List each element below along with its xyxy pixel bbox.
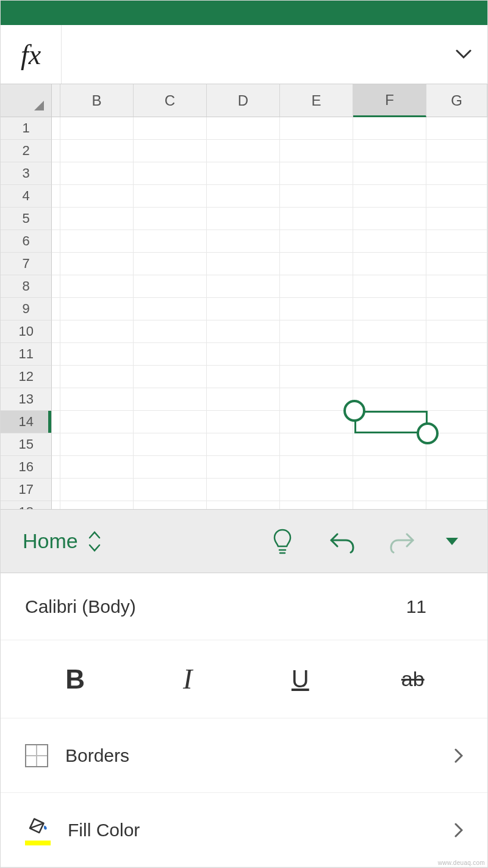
- underline-button[interactable]: U: [267, 658, 334, 701]
- cell[interactable]: [52, 162, 60, 185]
- bold-button[interactable]: B: [41, 658, 109, 701]
- cell[interactable]: [207, 388, 280, 411]
- cell[interactable]: [280, 298, 353, 320]
- cell[interactable]: [134, 320, 207, 343]
- cell[interactable]: [134, 275, 207, 298]
- cell[interactable]: [60, 185, 134, 208]
- cell[interactable]: [60, 411, 134, 433]
- cell[interactable]: [353, 298, 426, 320]
- cell[interactable]: [207, 185, 280, 208]
- cell[interactable]: [353, 343, 426, 366]
- cell[interactable]: [134, 343, 207, 366]
- column-header-f[interactable]: F: [353, 84, 426, 117]
- cell[interactable]: [280, 366, 353, 388]
- cell[interactable]: [134, 411, 207, 433]
- cell[interactable]: [134, 253, 207, 275]
- row-header[interactable]: 17: [1, 479, 52, 501]
- row-header[interactable]: 9: [1, 298, 52, 320]
- cell[interactable]: [52, 230, 60, 253]
- cell[interactable]: [207, 298, 280, 320]
- cell[interactable]: [280, 162, 353, 185]
- column-header-a-clipped[interactable]: [52, 84, 60, 117]
- column-header-d[interactable]: D: [207, 84, 280, 117]
- cell[interactable]: [60, 140, 134, 162]
- cell[interactable]: [353, 501, 426, 509]
- cell[interactable]: [426, 140, 487, 162]
- cell[interactable]: [280, 230, 353, 253]
- cell[interactable]: [426, 320, 487, 343]
- cell[interactable]: [280, 433, 353, 456]
- cell[interactable]: [134, 456, 207, 479]
- column-header-g[interactable]: G: [426, 84, 487, 117]
- cell[interactable]: [207, 433, 280, 456]
- cell[interactable]: [60, 501, 134, 509]
- cell[interactable]: [52, 343, 60, 366]
- cell[interactable]: [60, 343, 134, 366]
- cell[interactable]: [60, 162, 134, 185]
- cell[interactable]: [52, 366, 60, 388]
- cell[interactable]: [426, 343, 487, 366]
- cell[interactable]: [426, 298, 487, 320]
- row-header[interactable]: 2: [1, 140, 52, 162]
- cell[interactable]: [60, 253, 134, 275]
- cell[interactable]: [280, 320, 353, 343]
- cell[interactable]: [134, 433, 207, 456]
- cell[interactable]: [280, 117, 353, 140]
- cell[interactable]: [426, 456, 487, 479]
- cell[interactable]: [134, 366, 207, 388]
- cell[interactable]: [426, 208, 487, 230]
- row-header[interactable]: 11: [1, 343, 52, 366]
- cell[interactable]: [207, 275, 280, 298]
- cell[interactable]: [353, 275, 426, 298]
- cell[interactable]: [60, 208, 134, 230]
- cell[interactable]: [60, 433, 134, 456]
- cell[interactable]: [426, 253, 487, 275]
- cell[interactable]: [52, 208, 60, 230]
- cell[interactable]: [280, 456, 353, 479]
- font-size-selector[interactable]: 11: [371, 596, 463, 617]
- cell[interactable]: [52, 320, 60, 343]
- undo-button[interactable]: [315, 524, 369, 559]
- cell[interactable]: [134, 208, 207, 230]
- column-header-b[interactable]: B: [60, 84, 134, 117]
- cell[interactable]: [52, 388, 60, 411]
- cell[interactable]: [426, 501, 487, 509]
- cell[interactable]: [353, 479, 426, 501]
- cell[interactable]: [426, 275, 487, 298]
- cell[interactable]: [134, 479, 207, 501]
- row-header[interactable]: 8: [1, 275, 52, 298]
- column-header-e[interactable]: E: [280, 84, 353, 117]
- cell[interactable]: [60, 230, 134, 253]
- cell[interactable]: [52, 140, 60, 162]
- spreadsheet-grid[interactable]: B C D E F G 123456789101112131415161718: [1, 84, 487, 509]
- cell[interactable]: [207, 366, 280, 388]
- cell[interactable]: [52, 253, 60, 275]
- cell[interactable]: [60, 456, 134, 479]
- cell[interactable]: [52, 433, 60, 456]
- cell[interactable]: [280, 208, 353, 230]
- row-header[interactable]: 10: [1, 320, 52, 343]
- redo-button[interactable]: [375, 524, 429, 559]
- row-header[interactable]: 5: [1, 208, 52, 230]
- cell[interactable]: [207, 253, 280, 275]
- cell[interactable]: [52, 479, 60, 501]
- cell[interactable]: [52, 501, 60, 509]
- font-name-selector[interactable]: Calibri (Body): [25, 596, 371, 617]
- cell[interactable]: [353, 366, 426, 388]
- cell[interactable]: [353, 320, 426, 343]
- cell[interactable]: [207, 411, 280, 433]
- fx-icon[interactable]: fx: [1, 25, 62, 84]
- cell[interactable]: [426, 162, 487, 185]
- cell[interactable]: [280, 185, 353, 208]
- cell[interactable]: [280, 343, 353, 366]
- cell[interactable]: [280, 253, 353, 275]
- cell[interactable]: [426, 185, 487, 208]
- cell[interactable]: [280, 411, 353, 433]
- cell[interactable]: [280, 388, 353, 411]
- cell[interactable]: [134, 230, 207, 253]
- cell[interactable]: [353, 140, 426, 162]
- column-header-c[interactable]: C: [134, 84, 207, 117]
- cell[interactable]: [134, 140, 207, 162]
- cell[interactable]: [134, 501, 207, 509]
- cell[interactable]: [426, 388, 487, 411]
